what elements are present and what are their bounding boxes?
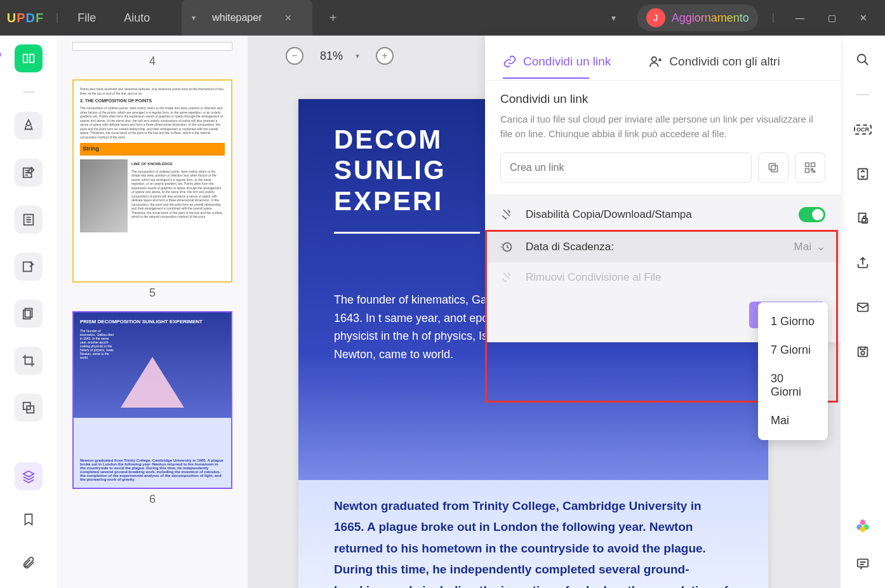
svg-point-19: [652, 57, 656, 62]
svg-rect-18: [858, 559, 868, 567]
divider: |: [56, 12, 58, 23]
share-heading: Condividi un link: [500, 92, 825, 106]
layers-icon[interactable]: [15, 462, 43, 490]
tab-share-others[interactable]: Condividi con gli altri: [649, 55, 780, 69]
titlebar: UPDF | File Aiuto ▾ whitepaper ✕ + ▾ J A…: [0, 0, 885, 36]
menu-file[interactable]: File: [63, 11, 110, 25]
app-logo: UPDF: [0, 11, 51, 25]
thumb5-string-bar: String: [80, 143, 225, 156]
close-window-button[interactable]: ✕: [852, 13, 875, 23]
disable-copy-toggle[interactable]: [799, 207, 825, 222]
save-icon[interactable]: [853, 342, 873, 362]
thumb6-lower: Newton graduated from Trinity College, C…: [80, 458, 225, 481]
svg-rect-20: [771, 166, 778, 172]
highlight-tool-icon[interactable]: [15, 112, 43, 140]
thumb5-section: 3. THE COMPOSITION OF POINTS: [80, 98, 225, 104]
unlink-icon: [500, 271, 517, 284]
thumbnail-label-5: 5: [72, 286, 232, 300]
svg-point-17: [860, 526, 866, 532]
avatar: J: [646, 8, 665, 27]
expiration-value[interactable]: Mai ⌄: [794, 240, 825, 253]
share-panel: Condividi un link Condividi con gli altr…: [485, 36, 841, 342]
dropdown-7-days[interactable]: 7 Giorni: [758, 336, 828, 364]
expiration-dropdown: 1 Giorno 7 Giorni 30 Giorni Mai: [758, 302, 828, 440]
chevron-down-icon: ⌄: [816, 240, 825, 253]
document-tab[interactable]: ▾ whitepaper ✕: [182, 0, 312, 36]
create-link-input[interactable]: [500, 152, 752, 183]
attachment-icon[interactable]: [15, 549, 43, 577]
svg-point-13: [861, 351, 865, 355]
form-tool-icon[interactable]: [15, 206, 43, 234]
left-rail: [0, 36, 57, 588]
tab-share-others-label: Condividi con gli altri: [669, 55, 780, 69]
share-icon[interactable]: [853, 253, 873, 273]
thumbnail-label-6: 6: [72, 493, 232, 506]
copy-link-button[interactable]: [758, 152, 789, 183]
dropdown-1-day[interactable]: 1 Giorno: [758, 307, 828, 336]
share-description: Carica il tuo file sul cloud per inviare…: [500, 112, 825, 141]
bookmark-icon[interactable]: [15, 505, 43, 533]
protect-icon[interactable]: [853, 208, 873, 229]
svg-rect-24: [806, 169, 809, 173]
svg-rect-23: [811, 163, 815, 167]
expiration-label: Data di Scadenza:: [526, 241, 614, 253]
page-body-text: Newton graduated from Trinity College, C…: [298, 480, 768, 588]
dropdown-30-days[interactable]: 30 Giorni: [758, 364, 828, 406]
tab-area: ▾ whitepaper ✕ +: [176, 0, 345, 36]
expiration-row[interactable]: Data di Scadenza: Mai ⌄: [485, 231, 841, 262]
svg-rect-22: [806, 163, 809, 167]
compare-tool-icon[interactable]: [15, 394, 43, 422]
chevron-down-icon[interactable]: ▾: [611, 13, 616, 23]
tab-share-link-label: Condividi un link: [523, 55, 611, 69]
thumb5-lok: LINE OF KNOWLEDGE: [131, 162, 225, 167]
divider: |: [772, 12, 775, 23]
reader-mode-icon[interactable]: [15, 44, 43, 72]
sign-tool-icon[interactable]: [15, 253, 43, 281]
disable-icon: [500, 208, 517, 221]
zoom-value: 81%: [320, 50, 343, 63]
share-tabs: Condividi un link Condividi con gli altr…: [485, 36, 841, 81]
zoom-dropdown[interactable]: 81% ▾: [320, 50, 359, 63]
svg-point-7: [858, 55, 866, 63]
crop-tool-icon[interactable]: [15, 347, 43, 375]
update-label: Aggiornamento: [672, 11, 749, 25]
organize-pages-icon[interactable]: [15, 300, 43, 328]
thumbnail-page-6[interactable]: PRISM DECOMPOSITION SUNLIGHT EXPERIMENT …: [72, 311, 232, 489]
qr-code-button[interactable]: [795, 152, 825, 183]
ocr-icon[interactable]: OCR: [853, 119, 873, 140]
minimize-button[interactable]: —: [789, 13, 811, 23]
email-icon[interactable]: [853, 297, 873, 317]
svg-rect-21: [769, 163, 775, 170]
title-rule: [334, 232, 480, 234]
add-tab-button[interactable]: +: [320, 11, 345, 25]
disable-copy-row[interactable]: Disabilità Copia/Download/Stampa: [485, 198, 841, 231]
tab-share-link[interactable]: Condividi un link: [503, 55, 611, 69]
thumbnail-label-4: 4: [72, 55, 232, 68]
ai-flower-icon[interactable]: [853, 516, 873, 536]
thumb5-image: [80, 159, 128, 232]
caret-icon: ▾: [356, 51, 359, 60]
search-icon[interactable]: [853, 50, 873, 70]
thumb6-title: PRISM DECOMPOSITION SUNLIGHT EXPERIMENT: [80, 319, 225, 325]
zoom-out-button[interactable]: −: [286, 47, 303, 65]
remove-share-row: Rimuovi Condivisione al File: [485, 262, 841, 293]
thumbnail-page-4[interactable]: [72, 42, 232, 51]
history-icon: [500, 241, 517, 253]
edit-text-tool-icon[interactable]: [15, 159, 43, 187]
convert-icon[interactable]: [853, 164, 873, 184]
close-tab-icon[interactable]: ✕: [284, 13, 292, 23]
thumbnail-page-5[interactable]: Points also have dominant and recessive …: [72, 79, 232, 283]
zoom-toolbar: − 81% ▾ +: [286, 47, 394, 65]
tab-title: whitepaper: [212, 12, 262, 23]
maximize-button[interactable]: ▢: [820, 13, 843, 23]
remove-share-label: Rimuovi Condivisione al File: [526, 271, 662, 284]
svg-point-14: [860, 519, 866, 525]
menu-help[interactable]: Aiuto: [110, 11, 164, 25]
right-rail: OCR: [841, 36, 885, 588]
user-badge[interactable]: J Aggiornamento: [637, 4, 758, 31]
divider: [23, 91, 34, 93]
zoom-in-button[interactable]: +: [376, 47, 394, 65]
comment-icon[interactable]: [853, 554, 873, 574]
dropdown-never[interactable]: Mai: [758, 406, 828, 435]
prism-graphic: [121, 357, 184, 408]
